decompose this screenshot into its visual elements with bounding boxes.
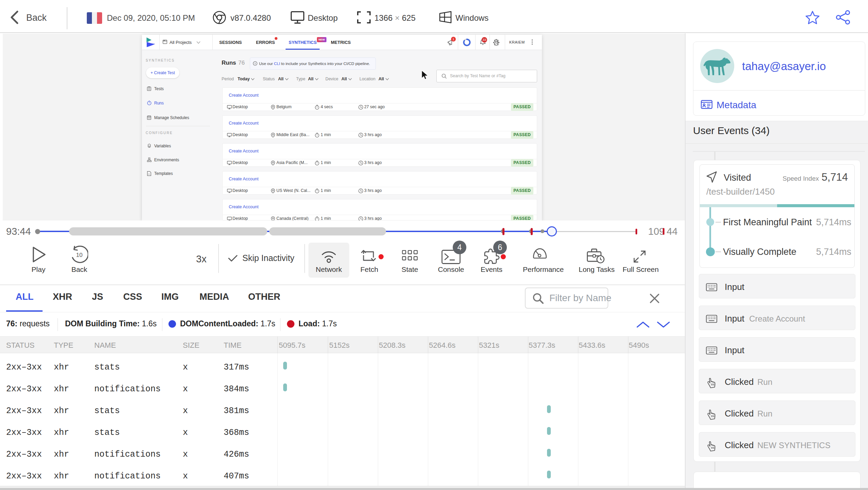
svg-text:10: 10 — [76, 252, 83, 258]
